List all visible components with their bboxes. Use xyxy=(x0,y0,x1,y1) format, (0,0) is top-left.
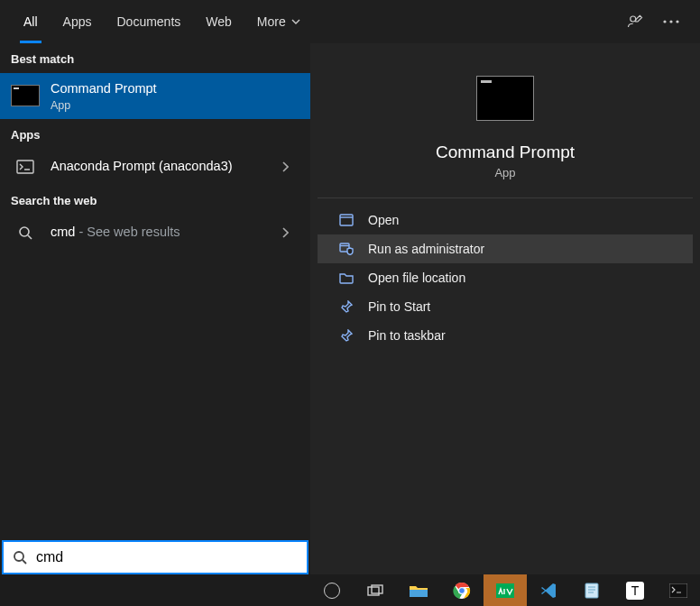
result-title: cmd - See web results xyxy=(51,224,281,241)
terminal-icon xyxy=(11,156,40,178)
taskbar-vscode[interactable] xyxy=(527,574,570,606)
open-icon xyxy=(336,211,357,229)
feedback-icon[interactable] xyxy=(617,4,653,40)
svg-point-3 xyxy=(676,20,678,23)
action-label: Pin to Start xyxy=(368,299,430,314)
svg-point-5 xyxy=(20,227,29,236)
search-content: Best match Command Prompt App Apps Anaco… xyxy=(0,43,700,574)
admin-shield-icon xyxy=(336,240,357,258)
action-label: Run as administrator xyxy=(368,242,484,256)
chrome-icon xyxy=(453,582,471,600)
taskbar-terminal[interactable] xyxy=(657,574,700,606)
taskbar-app-active[interactable] xyxy=(484,574,527,606)
tab-documents[interactable]: Documents xyxy=(104,0,193,43)
action-pin-to-taskbar[interactable]: Pin to taskbar xyxy=(318,321,693,350)
action-open[interactable]: Open xyxy=(318,206,693,234)
tab-web[interactable]: Web xyxy=(193,0,244,43)
svg-point-0 xyxy=(631,16,636,22)
tab-all-label: All xyxy=(23,14,38,29)
preview-subtitle: App xyxy=(494,166,515,179)
result-subtitle: App xyxy=(51,99,299,112)
text-app-icon: T xyxy=(626,582,644,600)
search-icon xyxy=(11,222,40,243)
svg-rect-4 xyxy=(17,161,33,173)
taskbar-file-explorer[interactable] xyxy=(397,574,440,606)
taskbar-notepad[interactable] xyxy=(570,574,613,606)
taskbar-typora[interactable]: T xyxy=(613,574,657,606)
svg-point-8 xyxy=(14,552,23,561)
tab-apps[interactable]: Apps xyxy=(51,0,105,43)
header-best-match: Best match xyxy=(0,43,310,73)
taskbar: T xyxy=(0,574,700,606)
tab-more[interactable]: More xyxy=(244,0,313,43)
result-title: Command Prompt xyxy=(51,80,299,97)
chevron-right-icon xyxy=(281,227,299,238)
preview-title: Command Prompt xyxy=(436,142,575,162)
command-prompt-icon xyxy=(476,76,534,121)
action-open-file-location[interactable]: Open file location xyxy=(318,263,693,292)
chevron-down-icon xyxy=(291,19,300,24)
search-tabbar: All Apps Documents Web More xyxy=(0,0,700,43)
header-search-web: Search the web xyxy=(0,185,310,215)
file-explorer-icon xyxy=(409,583,428,598)
web-query-text: cmd xyxy=(51,225,75,239)
svg-text:T: T xyxy=(631,583,640,598)
result-title: Anaconda Prompt (anaconda3) xyxy=(51,158,281,175)
svg-rect-6 xyxy=(340,215,353,225)
taskbar-task-view[interactable] xyxy=(354,574,397,606)
svg-rect-16 xyxy=(585,583,598,598)
tab-apps-label: Apps xyxy=(63,14,92,29)
terminal-icon xyxy=(669,583,687,598)
command-prompt-icon xyxy=(11,85,40,106)
preview-pane: Command Prompt App Open Run as administr… xyxy=(310,43,700,574)
header-apps: Apps xyxy=(0,119,310,149)
pin-start-icon xyxy=(336,298,357,316)
search-box[interactable] xyxy=(2,540,309,574)
svg-point-2 xyxy=(669,20,672,23)
tab-documents-label: Documents xyxy=(116,14,180,29)
action-pin-to-start[interactable]: Pin to Start xyxy=(318,292,693,321)
result-web-search[interactable]: cmd - See web results xyxy=(0,215,310,251)
action-list: Open Run as administrator Open file loca… xyxy=(318,198,693,357)
action-label: Pin to taskbar xyxy=(368,328,446,343)
pin-taskbar-icon xyxy=(336,326,357,344)
chevron-right-icon xyxy=(281,161,299,172)
results-pane: Best match Command Prompt App Apps Anaco… xyxy=(0,43,310,574)
preview-card: Command Prompt App Open Run as administr… xyxy=(318,54,693,357)
search-icon xyxy=(4,550,36,565)
taskbar-chrome[interactable] xyxy=(440,574,484,606)
tab-more-label: More xyxy=(257,14,286,29)
svg-rect-11 xyxy=(410,590,428,597)
action-label: Open xyxy=(368,213,399,227)
audio-app-icon xyxy=(496,583,514,598)
vscode-icon xyxy=(539,582,557,600)
circle-icon xyxy=(324,583,340,599)
result-command-prompt[interactable]: Command Prompt App xyxy=(0,73,310,119)
action-label: Open file location xyxy=(368,271,465,285)
folder-icon xyxy=(336,269,357,287)
taskbar-cortana[interactable] xyxy=(310,574,354,606)
svg-rect-19 xyxy=(669,583,687,598)
action-run-as-administrator[interactable]: Run as administrator xyxy=(318,234,693,263)
task-view-icon xyxy=(367,584,383,597)
svg-point-1 xyxy=(663,20,666,23)
tab-all[interactable]: All xyxy=(11,0,51,43)
result-anaconda-prompt[interactable]: Anaconda Prompt (anaconda3) xyxy=(0,149,310,185)
notepad-icon xyxy=(585,583,599,599)
web-suffix-text: - See web results xyxy=(75,225,180,239)
search-input[interactable] xyxy=(36,549,307,565)
tab-web-label: Web xyxy=(206,14,232,29)
more-options-icon[interactable] xyxy=(653,4,689,40)
